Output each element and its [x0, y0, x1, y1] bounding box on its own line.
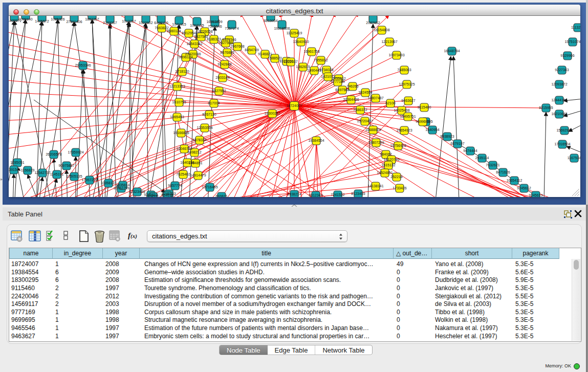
svg-text:9327508: 9327508 [219, 41, 232, 45]
svg-text:18724007: 18724007 [286, 104, 302, 107]
svg-text:19756928: 19756928 [390, 144, 406, 147]
svg-text:9474444: 9474444 [463, 149, 477, 152]
svg-text:9146821: 9146821 [258, 52, 272, 56]
svg-text:16154808: 16154808 [374, 28, 389, 32]
svg-text:2087682: 2087682 [366, 21, 380, 25]
svg-text:5878334: 5878334 [192, 138, 206, 142]
svg-text:10782759: 10782759 [113, 186, 129, 190]
svg-text:17359924: 17359924 [68, 150, 83, 154]
svg-text:9245613: 9245613 [529, 193, 542, 197]
svg-text:1527602: 1527602 [139, 21, 153, 25]
svg-text:15495751: 15495751 [400, 115, 416, 118]
svg-text:14120746: 14120746 [383, 158, 399, 161]
svg-text:7625402: 7625402 [176, 172, 190, 176]
svg-text:1391541: 1391541 [9, 168, 21, 171]
svg-text:1322037: 1322037 [284, 60, 297, 63]
svg-text:9734028: 9734028 [319, 68, 333, 72]
svg-text:1994851: 1994851 [188, 161, 202, 165]
svg-text:1013267: 1013267 [122, 19, 136, 23]
svg-text:9227343: 9227343 [555, 68, 569, 72]
svg-text:3824554: 3824554 [358, 91, 372, 94]
svg-text:10807487: 10807487 [367, 96, 383, 100]
svg-text:817004: 817004 [208, 101, 220, 105]
svg-text:9242848: 9242848 [217, 62, 231, 66]
svg-text:19166825: 19166825 [173, 131, 189, 135]
svg-text:8813054: 8813054 [264, 19, 277, 23]
svg-text:9329966: 9329966 [560, 54, 574, 57]
svg-text:1145191: 1145191 [50, 172, 64, 176]
svg-text:824613: 824613 [161, 193, 173, 197]
svg-text:6812344: 6812344 [309, 193, 322, 197]
svg-text:18807299: 18807299 [368, 141, 384, 144]
svg-text:6879197: 6879197 [450, 142, 464, 145]
svg-text:10046786: 10046786 [176, 147, 192, 150]
svg-text:16648784: 16648784 [444, 49, 460, 53]
svg-text:20364436: 20364436 [343, 98, 359, 101]
svg-text:1285051: 1285051 [10, 161, 24, 164]
svg-text:2099140: 2099140 [18, 17, 32, 21]
svg-text:12353594: 12353594 [197, 126, 212, 129]
svg-text:9657774: 9657774 [168, 184, 182, 187]
svg-text:9115460: 9115460 [418, 105, 431, 109]
svg-text:13640910: 13640910 [293, 40, 309, 43]
svg-text:14914479: 14914479 [190, 173, 206, 177]
svg-text:16210643: 16210643 [551, 112, 567, 116]
svg-text:16053809: 16053809 [206, 20, 222, 24]
svg-text:746266: 746266 [346, 84, 358, 88]
svg-text:1085326: 1085326 [51, 17, 64, 21]
svg-text:10973493: 10973493 [388, 53, 404, 57]
svg-text:1640954: 1640954 [425, 128, 439, 132]
svg-text:12213363: 12213363 [169, 84, 185, 88]
svg-text:8215955: 8215955 [539, 106, 553, 110]
svg-text:14524851: 14524851 [377, 171, 393, 174]
svg-text:11325419: 11325419 [287, 31, 302, 35]
svg-text:1071915: 1071915 [172, 23, 186, 26]
svg-text:7632621: 7632621 [486, 163, 499, 167]
svg-text:8660124: 8660124 [167, 29, 181, 33]
svg-text:1113254: 1113254 [571, 26, 580, 29]
svg-text:8186323: 8186323 [207, 37, 221, 41]
svg-text:8427552: 8427552 [212, 89, 226, 93]
svg-text:12093872: 12093872 [551, 82, 567, 86]
svg-text:9463627: 9463627 [401, 99, 415, 102]
svg-text:1156829: 1156829 [21, 168, 35, 172]
svg-text:8471626: 8471626 [496, 170, 510, 174]
svg-text:10358137: 10358137 [100, 181, 116, 185]
svg-text:924511: 924511 [147, 194, 159, 197]
svg-text:19384554: 19384554 [308, 139, 324, 142]
svg-text:8938923: 8938923 [440, 135, 454, 138]
svg-text:9245612: 9245612 [517, 186, 531, 190]
svg-text:10654112: 10654112 [507, 179, 522, 182]
svg-text:12342737: 12342737 [34, 171, 50, 174]
svg-text:12444154: 12444154 [551, 98, 567, 102]
svg-text:16543382: 16543382 [186, 42, 202, 46]
svg-text:1065493: 1065493 [170, 115, 184, 119]
svg-text:29053346: 29053346 [75, 63, 91, 67]
svg-text:18226058: 18226058 [197, 30, 212, 33]
svg-text:19300257: 19300257 [264, 112, 280, 115]
svg-text:7386372: 7386372 [353, 108, 367, 112]
svg-text:12323446: 12323446 [129, 190, 145, 193]
svg-text:984067: 984067 [380, 152, 391, 156]
svg-text:15692971: 15692971 [556, 128, 572, 132]
svg-text:2967608: 2967608 [230, 45, 244, 48]
svg-text:62100: 62100 [385, 101, 396, 105]
svg-text:1035814: 1035814 [116, 183, 129, 187]
svg-text:17957253: 17957253 [81, 178, 97, 182]
svg-text:252214: 252214 [390, 175, 402, 179]
svg-text:9498212: 9498212 [187, 150, 201, 154]
svg-text:7485003: 7485003 [397, 68, 411, 72]
svg-text:17016504: 17016504 [554, 142, 570, 146]
svg-text:7515546: 7515546 [208, 25, 222, 28]
svg-text:9699695: 9699695 [416, 120, 429, 123]
svg-text:9896124: 9896124 [179, 55, 192, 59]
svg-text:2153267: 2153267 [103, 21, 117, 25]
svg-text:9777169: 9777169 [331, 80, 344, 83]
svg-text:8267130: 8267130 [202, 113, 216, 116]
svg-text:8123455: 8123455 [351, 192, 365, 195]
svg-text:7955812: 7955812 [314, 58, 328, 62]
svg-text:12505135: 12505135 [66, 174, 82, 178]
svg-text:8454749: 8454749 [245, 48, 258, 52]
svg-text:27691406: 27691406 [66, 20, 82, 24]
svg-text:16961758: 16961758 [303, 50, 319, 53]
